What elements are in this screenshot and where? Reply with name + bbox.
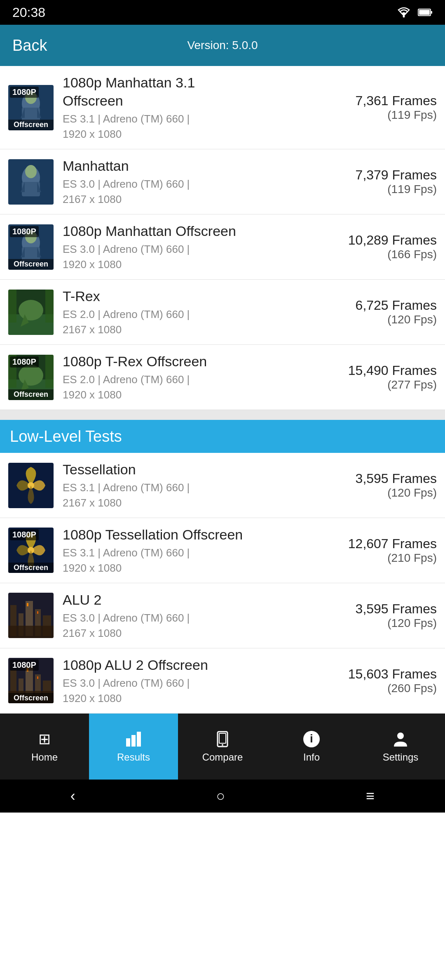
benchmark-subtitle: ES 2.0 | Adreno (TM) 660 |1920 x 1080 xyxy=(63,372,348,402)
status-bar: 20:38 xyxy=(0,0,445,25)
version-text: Version: 5.0.0 xyxy=(187,39,258,52)
status-time: 20:38 xyxy=(12,5,45,20)
benchmark-result-1080p-manhattan-31-offscreen: 7,361 Frames (119 Fps) xyxy=(354,93,437,122)
benchmark-title: Tessellation xyxy=(63,460,354,478)
benchmark-thumb-1080p-manhattan-31-offscreen: 1080P Offscreen xyxy=(8,85,54,130)
benchmark-title: Manhattan xyxy=(63,157,354,175)
svg-rect-38 xyxy=(8,626,54,638)
benchmark-text-1080p-manhattan-31-offscreen: 1080p Manhattan 3.1Offscreen ES 3.1 | Ad… xyxy=(63,73,354,141)
home-nav-btn[interactable]: ○ xyxy=(216,787,225,805)
result-frames: 7,379 Frames xyxy=(354,167,437,183)
benchmark-list: 1080P Offscreen 1080p Manhattan 3.1Offsc… xyxy=(0,66,445,410)
benchmark-text-1080p-tessellation-offscreen: 1080p Tessellation Offscreen ES 3.1 | Ad… xyxy=(63,525,348,575)
svg-rect-51 xyxy=(126,738,130,747)
nav-compare[interactable]: Compare xyxy=(178,714,267,780)
benchmark-title: 1080p Manhattan Offscreen xyxy=(63,222,348,240)
benchmark-item-tessellation[interactable]: Tessellation ES 3.1 | Adreno (TM) 660 |2… xyxy=(0,453,445,518)
nav-results-label: Results xyxy=(117,751,150,763)
status-icons xyxy=(396,7,433,18)
benchmark-title: 1080p Tessellation Offscreen xyxy=(63,525,348,544)
badge-offscreen: Offscreen xyxy=(8,389,54,400)
svg-rect-39 xyxy=(27,603,28,606)
benchmark-item-1080p-alu2-offscreen[interactable]: 1080P Offscreen 1080p ALU 2 Offscreen ES… xyxy=(0,648,445,714)
back-nav-btn[interactable]: ‹ xyxy=(70,787,75,805)
nav-info[interactable]: i Info xyxy=(267,714,356,780)
benchmark-result-1080p-alu2-offscreen: 15,603 Frames (260 Fps) xyxy=(348,667,437,695)
benchmark-item-alu2[interactable]: ALU 2 ES 3.0 | Adreno (TM) 660 |2167 x 1… xyxy=(0,583,445,648)
result-fps: (166 Fps) xyxy=(348,248,437,261)
svg-rect-52 xyxy=(131,735,136,747)
nav-results[interactable]: Results xyxy=(89,714,178,780)
benchmark-item-1080p-manhattan-31-offscreen[interactable]: 1080P Offscreen 1080p Manhattan 3.1Offsc… xyxy=(0,66,445,149)
benchmark-item-manhattan[interactable]: Manhattan ES 3.0 | Adreno (TM) 660 |2167… xyxy=(0,149,445,214)
battery-icon xyxy=(418,8,433,17)
separator xyxy=(0,410,445,420)
result-frames: 3,595 Frames xyxy=(354,471,437,486)
result-fps: (120 Fps) xyxy=(354,486,437,499)
benchmark-result-trex: 6,725 Frames (120 Fps) xyxy=(354,298,437,326)
benchmark-item-1080p-tessellation-offscreen[interactable]: 1080P Offscreen 1080p Tessellation Offsc… xyxy=(0,518,445,583)
benchmark-text-1080p-manhattan-offscreen: 1080p Manhattan Offscreen ES 3.0 | Adren… xyxy=(63,222,348,272)
result-fps: (210 Fps) xyxy=(348,551,437,565)
benchmark-subtitle: ES 3.1 | Adreno (TM) 660 |1920 x 1080 xyxy=(63,111,354,141)
info-nav-icon: i xyxy=(302,730,321,748)
badge-1080p: 1080P xyxy=(10,226,39,237)
benchmark-thumb-1080p-trex-offscreen: 1080P Offscreen xyxy=(8,355,54,400)
result-frames: 12,607 Frames xyxy=(348,536,437,551)
benchmark-result-manhattan: 7,379 Frames (119 Fps) xyxy=(354,167,437,196)
svg-rect-3 xyxy=(419,10,430,15)
benchmark-result-alu2: 3,595 Frames (120 Fps) xyxy=(354,601,437,630)
badge-offscreen: Offscreen xyxy=(8,563,54,573)
benchmark-text-1080p-trex-offscreen: 1080p T-Rex Offscreen ES 2.0 | Adreno (T… xyxy=(63,352,348,402)
wifi-icon xyxy=(396,7,411,18)
svg-rect-21 xyxy=(45,290,54,323)
benchmark-text-manhattan: Manhattan ES 3.0 | Adreno (TM) 660 |2167… xyxy=(63,157,354,207)
benchmark-item-1080p-manhattan-offscreen[interactable]: 1080P Offscreen 1080p Manhattan Offscree… xyxy=(0,214,445,280)
benchmark-title: 1080p ALU 2 Offscreen xyxy=(63,656,348,674)
result-frames: 7,361 Frames xyxy=(354,93,437,108)
settings-nav-icon xyxy=(391,730,410,748)
benchmark-thumb-1080p-tessellation-offscreen: 1080P Offscreen xyxy=(8,528,54,573)
android-nav-bar: ‹ ○ ≡ xyxy=(0,780,445,813)
benchmark-title: ALU 2 xyxy=(63,591,354,609)
svg-point-24 xyxy=(19,365,43,386)
svg-text:i: i xyxy=(310,732,313,745)
benchmark-item-1080p-trex-offscreen[interactable]: 1080P Offscreen 1080p T-Rex Offscreen ES… xyxy=(0,345,445,410)
result-frames: 3,595 Frames xyxy=(354,601,437,617)
benchmark-subtitle: ES 3.1 | Adreno (TM) 660 |1920 x 1080 xyxy=(63,545,348,575)
badge-1080p: 1080P xyxy=(10,529,39,540)
back-button[interactable]: Back xyxy=(12,37,47,54)
nav-settings[interactable]: Settings xyxy=(356,714,445,780)
badge-offscreen: Offscreen xyxy=(8,120,54,130)
benchmark-thumb-alu2 xyxy=(8,593,54,638)
benchmark-item-trex[interactable]: T-Rex ES 2.0 | Adreno (TM) 660 |2167 x 1… xyxy=(0,280,445,345)
result-fps: (119 Fps) xyxy=(354,108,437,122)
svg-point-59 xyxy=(397,733,404,739)
svg-rect-27 xyxy=(45,355,54,388)
svg-text:⊞: ⊞ xyxy=(38,730,51,747)
nav-settings-label: Settings xyxy=(383,751,419,763)
benchmark-subtitle: ES 3.0 | Adreno (TM) 660 |2167 x 1080 xyxy=(63,177,354,207)
recents-nav-btn[interactable]: ≡ xyxy=(366,787,375,805)
svg-point-18 xyxy=(19,300,43,320)
svg-rect-40 xyxy=(37,611,38,614)
bottom-navigation: ⊞ Home Results Compare i Info xyxy=(0,714,445,780)
benchmark-subtitle: ES 2.0 | Adreno (TM) 660 |2167 x 1080 xyxy=(63,307,354,337)
section-title: Low-Level Tests xyxy=(10,428,122,445)
nav-compare-label: Compare xyxy=(202,751,243,763)
low-level-benchmark-list: Tessellation ES 3.1 | Adreno (TM) 660 |2… xyxy=(0,453,445,714)
benchmark-text-trex: T-Rex ES 2.0 | Adreno (TM) 660 |2167 x 1… xyxy=(63,287,354,337)
benchmark-thumb-trex xyxy=(8,290,54,335)
svg-rect-20 xyxy=(8,290,16,323)
result-frames: 15,603 Frames xyxy=(348,667,437,682)
benchmark-text-alu2: ALU 2 ES 3.0 | Adreno (TM) 660 |2167 x 1… xyxy=(63,591,354,641)
result-fps: (277 Fps) xyxy=(348,378,437,391)
result-frames: 15,490 Frames xyxy=(348,363,437,378)
nav-info-label: Info xyxy=(303,751,320,763)
result-fps: (260 Fps) xyxy=(348,682,437,695)
benchmark-title: 1080p T-Rex Offscreen xyxy=(63,352,348,370)
nav-home[interactable]: ⊞ Home xyxy=(0,714,89,780)
benchmark-result-1080p-tessellation-offscreen: 12,607 Frames (210 Fps) xyxy=(348,536,437,565)
results-nav-icon xyxy=(124,730,143,748)
badge-1080p: 1080P xyxy=(10,87,39,98)
